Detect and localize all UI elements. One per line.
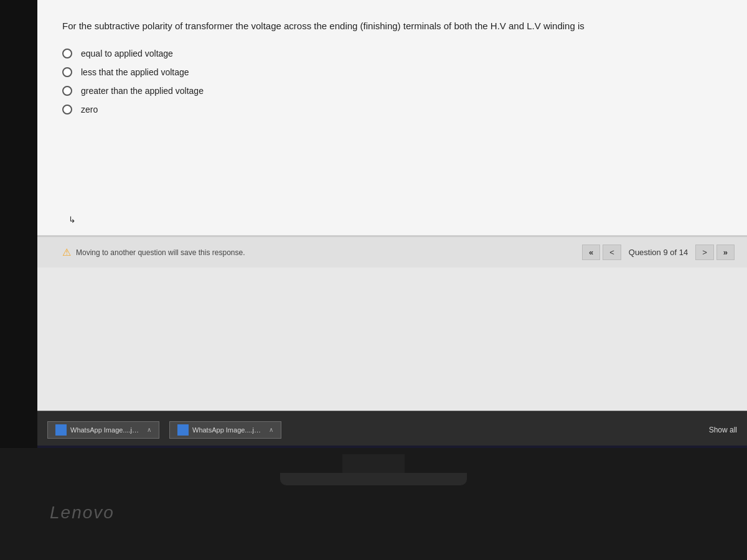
radio-circle-2[interactable] [62,67,72,77]
option-2[interactable]: less that the applied voltage [62,67,722,77]
option-3[interactable]: greater than the applied voltage [62,86,722,96]
arrow-indicator: ↳ [68,215,76,225]
chevron-up-icon-1: ∧ [147,426,151,433]
navigation-controls: « < Question 9 of 14 > » [582,245,735,260]
taskbar-item-2-icon [177,424,189,436]
stand-neck [342,454,405,473]
screen: For the subtractive polarity of transfor… [37,0,747,448]
nav-first-button[interactable]: « [582,245,600,260]
taskbar-preview: WhatsApp Image....jpeg ∧ WhatsApp Image.… [37,411,747,448]
warning-icon: ⚠ [62,246,71,258]
warning-text: Moving to another question will save thi… [76,248,245,257]
option-1[interactable]: equal to applied voltage [62,49,722,58]
option-2-text: less that the applied voltage [81,67,189,77]
quiz-footer: ⚠ Moving to another question will save t… [37,236,747,268]
options-container: equal to applied voltage less that the a… [62,49,722,114]
option-3-text: greater than the applied voltage [81,86,204,96]
nav-next-button[interactable]: > [695,245,714,260]
nav-last-button[interactable]: » [716,245,735,260]
nav-prev-button[interactable]: < [603,245,621,260]
radio-circle-1[interactable] [62,49,72,58]
taskbar-item-2[interactable]: WhatsApp Image....jpeg ∧ [169,421,281,439]
question-label: Question 9 of 14 [629,248,688,257]
stand-area: Lenovo [0,448,747,560]
radio-circle-3[interactable] [62,86,72,96]
show-all-button[interactable]: Show all [709,426,737,434]
taskbar-item-2-text: WhatsApp Image....jpeg [192,426,263,434]
warning-message: ⚠ Moving to another question will save t… [62,246,245,258]
radio-circle-4[interactable] [62,105,72,114]
chevron-up-icon-2: ∧ [269,426,273,433]
quiz-area: For the subtractive polarity of transfor… [37,0,747,236]
taskbar-item-1[interactable]: WhatsApp Image....jpeg ∧ [47,421,159,439]
option-4[interactable]: zero [62,105,722,114]
option-1-text: equal to applied voltage [81,49,173,58]
option-4-text: zero [81,105,98,114]
taskbar-item-1-text: WhatsApp Image....jpeg [70,426,141,434]
screen-left-border [0,0,37,448]
stand-base [280,473,467,485]
lenovo-logo: Lenovo [50,503,115,523]
question-text: For the subtractive polarity of transfor… [62,19,722,34]
taskbar-item-1-icon [55,424,67,436]
